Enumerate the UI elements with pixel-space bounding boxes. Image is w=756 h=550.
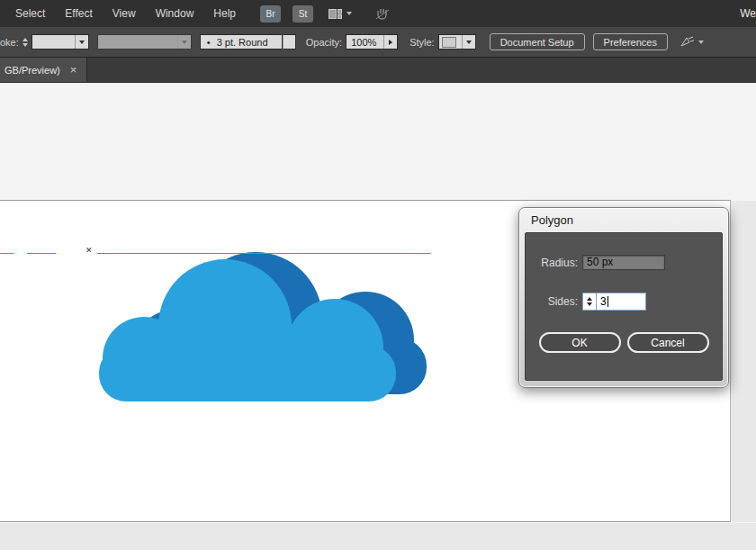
- sides-stepper[interactable]: [582, 293, 596, 311]
- touch-gesture-icon[interactable]: [375, 7, 390, 20]
- dialog-buttons: OK Cancel: [526, 332, 722, 353]
- menu-bar: Select Effect View Window Help Br St We: [0, 0, 756, 27]
- cloud-front-shape: [99, 259, 396, 401]
- bridge-button[interactable]: Br: [260, 5, 281, 23]
- stroke-label: oke:: [0, 37, 19, 48]
- radius-label: Radius:: [526, 257, 578, 269]
- guide-line: [27, 253, 56, 254]
- brush-definition-combo[interactable]: • 3 pt. Round: [200, 34, 283, 50]
- canvas: ✕ Polygon Radius: 50 px Sides:: [0, 83, 756, 550]
- stepper-down-icon: [22, 43, 28, 47]
- chevron-down-icon: [75, 35, 88, 49]
- document-tab[interactable]: GB/Preview) ×: [0, 58, 87, 82]
- workspace-switcher[interactable]: [328, 9, 352, 19]
- control-bar: oke: • 3 pt. Round Opacity: 100% Style: …: [0, 27, 756, 58]
- menubar-right-text: We: [740, 7, 756, 20]
- sides-input[interactable]: 3: [596, 293, 646, 311]
- brush-definition-chevron[interactable]: [283, 34, 296, 50]
- cloud-artwork[interactable]: [90, 250, 432, 405]
- tab-close-icon[interactable]: ×: [70, 64, 77, 76]
- tool-options-button[interactable]: [680, 36, 704, 48]
- radius-row: Radius: 50 px: [526, 255, 722, 270]
- chevron-right-icon: [383, 35, 397, 49]
- radius-input[interactable]: 50 px: [582, 255, 665, 270]
- menu-window[interactable]: Window: [146, 0, 204, 27]
- dialog-body: Radius: 50 px Sides: 3 OK C: [525, 232, 723, 381]
- sides-label: Sides:: [526, 295, 578, 308]
- stroke-weight-combo[interactable]: [32, 34, 89, 50]
- hand-icon: [375, 7, 390, 20]
- anchor-point-marker: ✕: [86, 247, 93, 255]
- document-tab-title: GB/Preview): [4, 65, 60, 76]
- graphic-style-combo[interactable]: [438, 34, 476, 50]
- stepper-down-icon[interactable]: [587, 302, 592, 306]
- brush-preview-dot: •: [207, 37, 211, 48]
- chevron-down-icon: [698, 41, 704, 44]
- sides-row: Sides: 3: [526, 293, 722, 311]
- polygon-dialog: Polygon Radius: 50 px Sides: 3: [518, 207, 729, 388]
- workspace-icon: [328, 9, 342, 19]
- document-setup-button[interactable]: Document Setup: [490, 33, 585, 50]
- stepper-up-icon: [22, 38, 28, 41]
- menu-help[interactable]: Help: [203, 0, 246, 27]
- pasteboard-right: [731, 201, 756, 522]
- illustrator-window: Select Effect View Window Help Br St We …: [0, 0, 756, 550]
- text-caret: [608, 296, 608, 307]
- opacity-value: 100%: [346, 37, 376, 48]
- stepper-up-icon[interactable]: [587, 297, 592, 301]
- stock-button[interactable]: St: [292, 5, 313, 23]
- style-swatch: [442, 37, 456, 48]
- chevron-down-icon: [462, 35, 475, 49]
- brush-definition-value: 3 pt. Round: [217, 37, 268, 48]
- sides-value: 3: [600, 295, 607, 308]
- chevron-down-icon: [346, 12, 352, 15]
- dialog-title[interactable]: Polygon: [519, 208, 728, 227]
- guide-line: [97, 253, 430, 254]
- opacity-label: Opacity:: [306, 37, 342, 48]
- opacity-input[interactable]: 100%: [346, 34, 398, 50]
- guide-line: [0, 253, 14, 254]
- ok-button[interactable]: OK: [539, 332, 621, 353]
- stroke-weight-stepper[interactable]: [22, 38, 28, 47]
- chevron-down-icon: [177, 35, 191, 49]
- tool-options-icon: [680, 36, 695, 48]
- style-label: Style:: [410, 37, 435, 48]
- cancel-button[interactable]: Cancel: [627, 332, 709, 353]
- menu-view[interactable]: View: [103, 0, 146, 27]
- preferences-button[interactable]: Preferences: [593, 33, 668, 50]
- menu-effect[interactable]: Effect: [55, 0, 102, 27]
- tab-bar: GB/Preview) ×: [0, 58, 756, 83]
- menu-select[interactable]: Select: [5, 0, 55, 27]
- pasteboard-bottom: [0, 523, 756, 550]
- variable-width-profile-combo: [97, 34, 192, 50]
